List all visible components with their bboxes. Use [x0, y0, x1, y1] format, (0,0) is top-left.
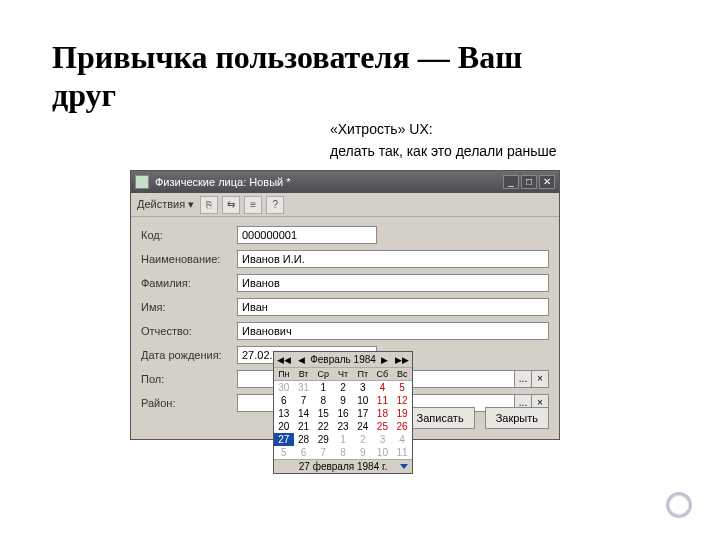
- calendar-day[interactable]: 5: [392, 381, 412, 394]
- calendar-day[interactable]: 24: [353, 420, 373, 433]
- calendar-day[interactable]: 9: [333, 394, 353, 407]
- calendar-day[interactable]: 3: [373, 433, 393, 446]
- calendar-day[interactable]: 26: [392, 420, 412, 433]
- prev-year-icon[interactable]: ◀◀: [276, 355, 292, 365]
- calendar-day[interactable]: 8: [313, 394, 333, 407]
- calendar-dow: Сб: [373, 368, 393, 381]
- label-name: Наименование:: [141, 253, 237, 265]
- calendar-day[interactable]: 17: [353, 407, 373, 420]
- write-button[interactable]: Записать: [406, 407, 475, 429]
- next-year-icon[interactable]: ▶▶: [394, 355, 410, 365]
- calendar-day[interactable]: 6: [294, 446, 314, 459]
- label-region: Район:: [141, 397, 237, 409]
- prev-month-icon[interactable]: ◀: [293, 355, 309, 365]
- calendar-dow: Вс: [392, 368, 412, 381]
- input-name[interactable]: Иванов И.И.: [237, 250, 549, 268]
- close-form-button[interactable]: Закрыть: [485, 407, 549, 429]
- actions-menu[interactable]: Действия ▾: [137, 198, 194, 211]
- calendar-dow: Чт: [333, 368, 353, 381]
- input-lastname[interactable]: Иванов: [237, 274, 549, 292]
- tip-text: «Хитрость» UX: делать так, как это делал…: [330, 118, 557, 163]
- calendar-day[interactable]: 10: [373, 446, 393, 459]
- corner-circle-icon: [666, 492, 692, 518]
- input-firstname[interactable]: Иван: [237, 298, 549, 316]
- label-dob: Дата рождения:: [141, 349, 237, 361]
- input-code[interactable]: 000000001: [237, 226, 377, 244]
- tip-line-2: делать так, как это делали раньше: [330, 140, 557, 162]
- label-sex: Пол:: [141, 373, 237, 385]
- calendar-month: Февраль 1984: [310, 354, 376, 365]
- toolbar-button-1[interactable]: ⎘: [200, 196, 218, 214]
- window-titlebar[interactable]: Физические лица: Новый * _ □ ✕: [131, 171, 559, 193]
- next-month-icon[interactable]: ▶: [377, 355, 393, 365]
- calendar-day[interactable]: 28: [294, 433, 314, 446]
- calendar-day[interactable]: 5: [274, 446, 294, 459]
- calendar-day[interactable]: 1: [313, 381, 333, 394]
- calendar-day[interactable]: 7: [294, 394, 314, 407]
- calendar-dow: Вт: [294, 368, 314, 381]
- tip-line-1: «Хитрость» UX:: [330, 118, 557, 140]
- calendar-footer[interactable]: 27 февраля 1984 г.: [274, 459, 412, 473]
- calendar-day[interactable]: 16: [333, 407, 353, 420]
- calendar-dow: Пн: [274, 368, 294, 381]
- restore-button[interactable]: □: [521, 175, 537, 189]
- calendar-dow: Ср: [313, 368, 333, 381]
- calendar-day[interactable]: 7: [313, 446, 333, 459]
- calendar-day[interactable]: 11: [373, 394, 393, 407]
- date-picker[interactable]: ◀◀ ◀ Февраль 1984 ▶ ▶▶ ПнВтСрЧтПтСбВс 30…: [273, 351, 413, 474]
- calendar-day[interactable]: 4: [373, 381, 393, 394]
- sex-lookup-button[interactable]: ...: [514, 370, 532, 388]
- label-code: Код:: [141, 229, 237, 241]
- calendar-day[interactable]: 23: [333, 420, 353, 433]
- calendar-day[interactable]: 11: [392, 446, 412, 459]
- calendar-day[interactable]: 20: [274, 420, 294, 433]
- calendar-day[interactable]: 22: [313, 420, 333, 433]
- calendar-day[interactable]: 12: [392, 394, 412, 407]
- calendar-day[interactable]: 13: [274, 407, 294, 420]
- close-button[interactable]: ✕: [539, 175, 555, 189]
- toolbar-button-2[interactable]: ⇆: [222, 196, 240, 214]
- calendar-day[interactable]: 2: [333, 381, 353, 394]
- window-title: Физические лица: Новый *: [155, 176, 503, 188]
- slide-title: Привычка пользователя — Ваш друг: [52, 38, 572, 115]
- minimize-button[interactable]: _: [503, 175, 519, 189]
- label-firstname: Имя:: [141, 301, 237, 313]
- calendar-day[interactable]: 25: [373, 420, 393, 433]
- calendar-day[interactable]: 8: [333, 446, 353, 459]
- calendar-day[interactable]: 6: [274, 394, 294, 407]
- label-lastname: Фамилия:: [141, 277, 237, 289]
- window-icon: [135, 175, 149, 189]
- toolbar-button-3[interactable]: ≡: [244, 196, 262, 214]
- calendar-day[interactable]: 29: [313, 433, 333, 446]
- sex-clear-button[interactable]: ×: [531, 370, 549, 388]
- calendar-dow: Пт: [353, 368, 373, 381]
- calendar-day[interactable]: 3: [353, 381, 373, 394]
- calendar-day[interactable]: 14: [294, 407, 314, 420]
- calendar-day[interactable]: 4: [392, 433, 412, 446]
- calendar-day[interactable]: 10: [353, 394, 373, 407]
- calendar-day[interactable]: 19: [392, 407, 412, 420]
- calendar-day[interactable]: 30: [274, 381, 294, 394]
- calendar-day[interactable]: 27: [274, 433, 294, 446]
- toolbar: Действия ▾ ⎘ ⇆ ≡ ?: [131, 193, 559, 217]
- help-button[interactable]: ?: [266, 196, 284, 214]
- calendar-day[interactable]: 15: [313, 407, 333, 420]
- calendar-day[interactable]: 1: [333, 433, 353, 446]
- calendar-day[interactable]: 31: [294, 381, 314, 394]
- calendar-day[interactable]: 9: [353, 446, 373, 459]
- calendar-day[interactable]: 21: [294, 420, 314, 433]
- input-patronymic[interactable]: Иванович: [237, 322, 549, 340]
- calendar-day[interactable]: 18: [373, 407, 393, 420]
- calendar-day[interactable]: 2: [353, 433, 373, 446]
- app-window: Физические лица: Новый * _ □ ✕ Действия …: [130, 170, 560, 440]
- label-patronymic: Отчество:: [141, 325, 237, 337]
